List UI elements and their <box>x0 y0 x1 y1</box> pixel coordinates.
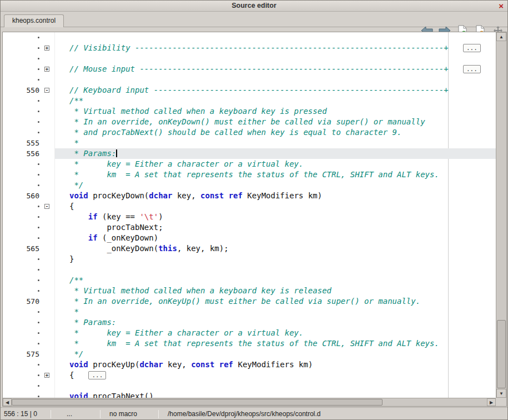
titlebar[interactable]: Source editor × <box>1 1 507 12</box>
code-line[interactable]: +// Visibility -------------------------… <box>3 43 496 53</box>
fold-column <box>43 127 55 138</box>
line-dot <box>3 74 43 85</box>
folded-code-ellipsis[interactable]: ... <box>88 371 106 379</box>
line-dot <box>3 64 43 74</box>
code-line[interactable]: * km = A set that represents the status … <box>3 169 496 180</box>
horizontal-scroll-track[interactable] <box>12 398 487 406</box>
fold-collapse-icon[interactable]: - <box>44 204 49 209</box>
code-line[interactable]: } <box>3 254 496 264</box>
code-line[interactable]: void procKeyUp(dchar key, const ref KeyM… <box>3 359 496 370</box>
macro-status: no macro <box>100 410 158 418</box>
code-line[interactable]: * Virtual method called when a keyboard … <box>3 286 496 296</box>
code-line[interactable] <box>3 381 496 391</box>
code-line[interactable]: * In an override, onKeyDown() must eithe… <box>3 117 496 127</box>
tab-kheops-control[interactable]: kheops.control <box>4 14 64 27</box>
line-dot <box>3 264 43 275</box>
code-line[interactable]: * <box>3 307 496 317</box>
code-text: * Virtual method called when a keyboard … <box>55 286 496 296</box>
code-line[interactable]: * Virtual method called when a keyboard … <box>3 106 496 117</box>
horizontal-scrollbar[interactable]: ◀ ▶ <box>3 398 496 406</box>
code-line[interactable]: 556 * Params: <box>3 148 496 159</box>
arrow-right-icon: ▶ <box>490 400 493 405</box>
code-editor[interactable]: +// Visibility -------------------------… <box>3 32 496 398</box>
line-dot <box>3 127 43 138</box>
line-number: 555 <box>3 138 43 148</box>
code-line[interactable]: */ <box>3 180 496 191</box>
scroll-up-button[interactable]: ▲ <box>496 32 506 41</box>
fold-column <box>43 222 55 233</box>
code-line[interactable]: /** <box>3 275 496 286</box>
fold-expand-icon[interactable]: + <box>44 46 49 51</box>
code-line[interactable]: 560void procKeyDown(dchar key, const ref… <box>3 191 496 201</box>
code-line[interactable]: 555 * <box>3 138 496 148</box>
arrow-down-icon: ▼ <box>499 391 504 396</box>
code-line[interactable]: void procTabNext() <box>3 391 496 398</box>
code-text: { <box>55 201 496 212</box>
code-line[interactable]: if (key == '\t') <box>3 212 496 222</box>
code-line[interactable]: /** <box>3 96 496 106</box>
fold-column <box>43 32 55 43</box>
code-line[interactable] <box>3 74 496 85</box>
line-dot <box>3 359 43 370</box>
code-line[interactable]: 575 */ <box>3 349 496 359</box>
code-text: * key = Either a character or a virtual … <box>55 328 496 338</box>
arrow-left-icon: ◀ <box>6 400 9 405</box>
fold-column <box>43 296 55 307</box>
line-dot <box>3 96 43 106</box>
scroll-down-button[interactable]: ▼ <box>496 389 506 398</box>
code-line[interactable]: 565 _onKeyDown(this, key, km); <box>3 243 496 254</box>
code-line[interactable]: 570 * In an override, onKeyUp() must eit… <box>3 296 496 307</box>
fold-column <box>43 117 55 127</box>
fold-column <box>43 359 55 370</box>
close-icon[interactable]: × <box>499 1 504 11</box>
caret-position: 556 : 15 | 0 <box>1 410 51 418</box>
code-line[interactable]: -{ <box>3 201 496 212</box>
code-line[interactable]: 550-// Keyboard input ------------------… <box>3 85 496 96</box>
fold-column <box>43 307 55 317</box>
fold-column <box>43 96 55 106</box>
line-dot <box>3 307 43 317</box>
fold-column: - <box>43 85 55 96</box>
code-line[interactable]: * and procTabNext() should be called whe… <box>3 127 496 138</box>
folded-code-ellipsis[interactable]: ... <box>463 65 481 73</box>
code-line[interactable] <box>3 32 496 43</box>
fold-column <box>43 191 55 201</box>
code-line[interactable]: +// Mouse input ------------------------… <box>3 64 496 74</box>
horizontal-scroll-thumb[interactable] <box>12 399 383 406</box>
fold-column <box>43 106 55 117</box>
vertical-scrollbar[interactable]: ▲ ▼ <box>496 32 506 398</box>
fold-column <box>43 381 55 391</box>
statusbar-extra: ... <box>51 410 100 418</box>
line-number: 556 <box>3 148 43 159</box>
line-dot <box>3 254 43 264</box>
code-line[interactable]: * key = Either a character or a virtual … <box>3 159 496 169</box>
line-number: 550 <box>3 85 43 96</box>
code-line[interactable]: * km = A set that represents the status … <box>3 338 496 349</box>
code-text: * <box>55 307 496 317</box>
code-line[interactable] <box>3 264 496 275</box>
code-line[interactable]: procTabNext; <box>3 222 496 233</box>
code-text: * key = Either a character or a virtual … <box>55 159 496 169</box>
code-line[interactable]: if (_onKeyDown) <box>3 233 496 243</box>
vertical-scroll-track[interactable] <box>496 41 506 389</box>
folded-code-ellipsis[interactable]: ... <box>463 44 481 52</box>
scroll-right-button[interactable]: ▶ <box>487 398 496 406</box>
line-number: 570 <box>3 296 43 307</box>
code-text: */ <box>55 180 496 191</box>
fold-column <box>43 243 55 254</box>
code-text <box>55 74 496 85</box>
fold-collapse-icon[interactable]: - <box>44 88 49 93</box>
fold-expand-icon[interactable]: + <box>44 67 49 72</box>
code-line[interactable]: * Params: <box>3 317 496 328</box>
code-text: * km = A set that represents the status … <box>55 338 496 349</box>
code-line[interactable] <box>3 53 496 64</box>
fold-expand-icon[interactable]: + <box>44 373 49 378</box>
scroll-left-button[interactable]: ◀ <box>3 398 12 406</box>
code-text: // Keyboard input ----------------------… <box>55 85 496 96</box>
vertical-scroll-thumb[interactable] <box>497 320 506 388</box>
fold-column <box>43 148 55 159</box>
code-text: } <box>55 254 496 264</box>
fold-column: - <box>43 201 55 212</box>
code-line[interactable]: * key = Either a character or a virtual … <box>3 328 496 338</box>
code-line[interactable]: +{... <box>3 370 496 381</box>
